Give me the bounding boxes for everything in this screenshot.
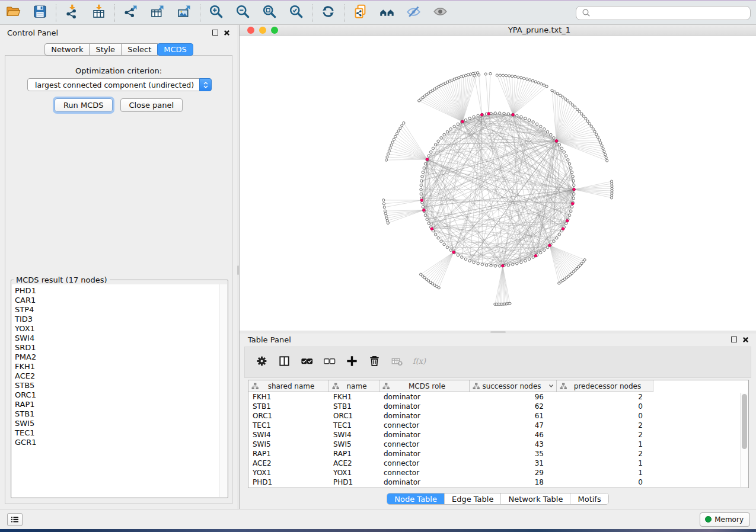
mcds-result-scrollbar[interactable] (219, 284, 227, 497)
mcds-result-item[interactable]: ACE2 (15, 371, 219, 381)
binoculars-button[interactable] (374, 3, 400, 23)
export-network-button[interactable] (117, 3, 144, 23)
mcds-result-item[interactable]: CAR1 (15, 296, 219, 305)
export-table-button[interactable] (144, 3, 171, 23)
horizontal-splitter[interactable] (240, 331, 756, 334)
close-window-light[interactable] (247, 27, 254, 34)
close-panel-button[interactable]: Close panel (120, 98, 183, 112)
table-row[interactable]: SWI4SWI4dominator462 (248, 430, 748, 440)
hide-selected-button[interactable] (400, 3, 427, 23)
mcds-result-item[interactable]: PHD1 (15, 286, 219, 296)
tab-select[interactable]: Select (121, 43, 158, 56)
network-window-titlebar[interactable]: YPA_prune.txt_1 (240, 25, 756, 36)
column-header-predecessor-nodes[interactable]: predecessor nodes (557, 380, 653, 392)
uncheck-pair-icon (323, 354, 336, 370)
export-image-button[interactable] (171, 3, 197, 23)
show-selected-button[interactable] (427, 3, 454, 23)
minimize-window-light[interactable] (259, 27, 266, 34)
import-table-button[interactable] (85, 3, 112, 23)
table-scrollbar-thumb[interactable] (742, 394, 747, 449)
table-cell: SWI4 (329, 431, 379, 439)
share-document-button[interactable] (347, 3, 374, 23)
check-pair-button[interactable] (297, 353, 316, 372)
zoom-out-button[interactable] (229, 3, 256, 23)
column-header-name[interactable]: name (329, 380, 379, 392)
close-table-panel-icon[interactable] (742, 334, 749, 345)
network-canvas[interactable] (240, 36, 756, 331)
table-row[interactable]: ACE2ACE2connector311 (248, 459, 748, 468)
float-panel-icon[interactable] (212, 30, 218, 36)
column-header-MCDS-role[interactable]: MCDS role (379, 380, 470, 392)
refresh-button[interactable] (315, 3, 342, 23)
mcds-result-item[interactable]: STP4 (15, 305, 219, 315)
table-row[interactable]: ORC1ORC1dominator610 (248, 411, 748, 421)
table-scrollbar[interactable] (740, 393, 748, 487)
mcds-result-item[interactable]: FKH1 (15, 362, 219, 371)
fx-button[interactable]: f(x) (410, 353, 429, 372)
table-tabs: Node TableEdge TableNetwork TableMotifs (387, 493, 608, 505)
table-cell: 2 (557, 450, 653, 458)
mcds-result-item[interactable]: PMA2 (15, 352, 219, 362)
status-menu-button[interactable] (7, 513, 23, 526)
zoom-fit-button[interactable] (256, 3, 283, 23)
splitter-handle[interactable] (237, 265, 239, 275)
mcds-result-item[interactable]: STB5 (15, 381, 219, 390)
mcds-result-item[interactable]: SWI4 (15, 334, 219, 343)
float-table-panel-icon[interactable] (731, 336, 737, 342)
mcds-result-item[interactable]: TEC1 (15, 428, 219, 438)
delete-icon (368, 354, 381, 370)
zoom-in-button[interactable] (203, 3, 229, 23)
node-table: shared namenameMCDS rolesuccessor nodesp… (248, 380, 749, 488)
mcds-result-item[interactable]: RAP1 (15, 400, 219, 409)
table-cell: ORC1 (329, 412, 379, 420)
uncheck-pair-button[interactable] (320, 353, 339, 372)
criterion-dropdown[interactable]: largest connected component (undirected) (27, 78, 212, 91)
open-button[interactable] (0, 3, 27, 23)
table-cell: dominator (379, 478, 470, 486)
gear-button[interactable] (252, 353, 271, 372)
mcds-result-item[interactable]: GCR1 (15, 438, 219, 447)
desktop-wallpaper-bottom (0, 529, 756, 532)
table-cell: 2 (557, 431, 653, 439)
mcds-result-item[interactable]: ORC1 (15, 390, 219, 400)
mcds-result-item[interactable]: STB1 (15, 409, 219, 419)
table-row[interactable]: STB1STB1dominator620 (248, 402, 748, 411)
mcds-result-item[interactable]: SWI5 (15, 419, 219, 428)
table-row[interactable]: SWI5SWI5connector431 (248, 440, 748, 449)
table-row[interactable]: YOX1YOX1connector291 (248, 468, 748, 477)
table-cell: 31 (470, 459, 557, 467)
table-row[interactable]: RAP1RAP1dominator352 (248, 449, 748, 459)
column-header-successor-nodes[interactable]: successor nodes (470, 380, 557, 392)
zoom-selected-button[interactable] (283, 3, 310, 23)
tab-motifs[interactable]: Motifs (570, 493, 608, 504)
table-row[interactable]: PHD1PHD1dominator180 (248, 477, 748, 487)
mcds-result-list[interactable]: PHD1CAR1STP4TID3YOX1SWI4SRD1PMA2FKH1ACE2… (12, 284, 227, 497)
add-button[interactable] (342, 353, 361, 372)
import-network-button[interactable] (59, 3, 85, 23)
mcds-result-item[interactable]: SRD1 (15, 343, 219, 352)
zoom-window-light[interactable] (271, 27, 278, 34)
tab-edge-table[interactable]: Edge Table (445, 493, 501, 504)
mcds-result-item[interactable]: TID3 (15, 315, 219, 324)
save-icon (32, 4, 48, 22)
tab-network[interactable]: Network (44, 43, 90, 56)
mcds-result-item[interactable]: YOX1 (15, 324, 219, 334)
tab-style[interactable]: Style (89, 43, 122, 56)
tab-node-table[interactable]: Node Table (387, 493, 445, 504)
column-header-shared-name[interactable]: shared name (248, 380, 329, 392)
table-row[interactable]: TEC1TEC1connector472 (248, 421, 748, 430)
columns-button[interactable] (275, 353, 294, 372)
tab-network-table[interactable]: Network Table (501, 493, 570, 504)
tab-mcds[interactable]: MCDS (157, 43, 193, 56)
table-cell: PHD1 (248, 478, 329, 486)
hide-selected-icon (406, 4, 422, 22)
delete-button[interactable] (365, 353, 384, 372)
close-panel-icon[interactable] (224, 27, 230, 39)
search-input[interactable] (576, 6, 751, 20)
run-mcds-button[interactable]: Run MCDS (55, 98, 113, 112)
table-cell: STB1 (329, 402, 379, 411)
table-delete-button[interactable] (387, 353, 406, 372)
save-button[interactable] (27, 3, 53, 23)
table-row[interactable]: FKH1FKH1dominator962 (248, 392, 748, 402)
memory-button[interactable]: Memory (700, 512, 750, 527)
